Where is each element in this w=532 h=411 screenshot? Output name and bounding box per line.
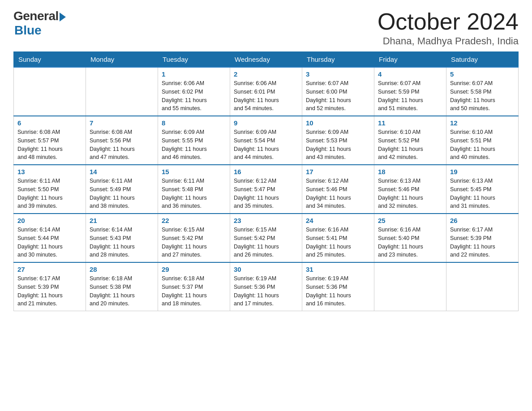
calendar-cell: 15Sunrise: 6:11 AM Sunset: 5:48 PM Dayli… xyxy=(158,165,230,214)
weekday-header-wednesday: Wednesday xyxy=(230,52,302,68)
calendar-cell: 28Sunrise: 6:18 AM Sunset: 5:38 PM Dayli… xyxy=(86,262,158,311)
day-info: Sunrise: 6:14 AM Sunset: 5:43 PM Dayligh… xyxy=(90,226,154,259)
day-info: Sunrise: 6:13 AM Sunset: 5:45 PM Dayligh… xyxy=(450,177,515,210)
calendar-row-1: 6Sunrise: 6:08 AM Sunset: 5:57 PM Daylig… xyxy=(14,116,519,165)
calendar-row-0: 1Sunrise: 6:06 AM Sunset: 6:02 PM Daylig… xyxy=(14,67,519,116)
day-number: 22 xyxy=(162,217,226,224)
weekday-header-monday: Monday xyxy=(86,52,158,68)
calendar-row-3: 20Sunrise: 6:14 AM Sunset: 5:44 PM Dayli… xyxy=(14,214,519,262)
weekday-header-sunday: Sunday xyxy=(14,52,86,68)
day-number: 3 xyxy=(306,70,370,78)
day-number: 4 xyxy=(378,70,442,78)
day-info: Sunrise: 6:07 AM Sunset: 6:00 PM Dayligh… xyxy=(306,79,370,113)
calendar-table: SundayMondayTuesdayWednesdayThursdayFrid… xyxy=(13,51,519,311)
day-info: Sunrise: 6:16 AM Sunset: 5:40 PM Dayligh… xyxy=(378,226,442,259)
day-number: 29 xyxy=(162,265,226,273)
day-info: Sunrise: 6:19 AM Sunset: 5:36 PM Dayligh… xyxy=(306,274,370,308)
day-number: 10 xyxy=(306,119,370,127)
day-number: 18 xyxy=(378,168,442,176)
day-number: 1 xyxy=(162,70,226,78)
calendar-header: SundayMondayTuesdayWednesdayThursdayFrid… xyxy=(14,52,519,68)
calendar-cell xyxy=(86,67,158,116)
calendar-cell: 1Sunrise: 6:06 AM Sunset: 6:02 PM Daylig… xyxy=(158,67,230,116)
day-number: 21 xyxy=(90,217,154,224)
day-info: Sunrise: 6:15 AM Sunset: 5:42 PM Dayligh… xyxy=(234,226,298,259)
day-info: Sunrise: 6:18 AM Sunset: 5:38 PM Dayligh… xyxy=(90,274,154,308)
calendar-cell: 2Sunrise: 6:06 AM Sunset: 6:01 PM Daylig… xyxy=(230,67,302,116)
day-info: Sunrise: 6:13 AM Sunset: 5:46 PM Dayligh… xyxy=(378,177,442,210)
weekday-header-saturday: Saturday xyxy=(446,52,519,68)
day-info: Sunrise: 6:14 AM Sunset: 5:44 PM Dayligh… xyxy=(17,226,82,259)
day-info: Sunrise: 6:11 AM Sunset: 5:48 PM Dayligh… xyxy=(162,177,226,210)
logo-general-text: General xyxy=(13,9,59,23)
calendar-cell: 18Sunrise: 6:13 AM Sunset: 5:46 PM Dayli… xyxy=(374,165,446,214)
calendar-cell: 5Sunrise: 6:07 AM Sunset: 5:58 PM Daylig… xyxy=(446,67,519,116)
day-number: 11 xyxy=(378,119,442,127)
logo-arrow-icon xyxy=(60,13,66,21)
day-number: 27 xyxy=(17,265,82,273)
day-info: Sunrise: 6:09 AM Sunset: 5:55 PM Dayligh… xyxy=(162,128,226,162)
calendar-cell: 14Sunrise: 6:11 AM Sunset: 5:49 PM Dayli… xyxy=(86,165,158,214)
calendar-cell: 25Sunrise: 6:16 AM Sunset: 5:40 PM Dayli… xyxy=(374,214,446,262)
day-info: Sunrise: 6:07 AM Sunset: 5:58 PM Dayligh… xyxy=(450,79,515,113)
day-number: 25 xyxy=(378,217,442,224)
day-info: Sunrise: 6:16 AM Sunset: 5:41 PM Dayligh… xyxy=(306,226,370,259)
day-number: 30 xyxy=(234,265,298,273)
calendar-body: 1Sunrise: 6:06 AM Sunset: 6:02 PM Daylig… xyxy=(14,67,519,311)
day-info: Sunrise: 6:15 AM Sunset: 5:42 PM Dayligh… xyxy=(162,226,226,259)
day-number: 9 xyxy=(234,119,298,127)
calendar-cell: 6Sunrise: 6:08 AM Sunset: 5:57 PM Daylig… xyxy=(14,116,86,165)
day-info: Sunrise: 6:17 AM Sunset: 5:39 PM Dayligh… xyxy=(450,226,515,259)
day-info: Sunrise: 6:08 AM Sunset: 5:57 PM Dayligh… xyxy=(17,128,82,162)
calendar-cell: 20Sunrise: 6:14 AM Sunset: 5:44 PM Dayli… xyxy=(14,214,86,262)
weekday-header-friday: Friday xyxy=(374,52,446,68)
calendar-cell: 31Sunrise: 6:19 AM Sunset: 5:36 PM Dayli… xyxy=(302,262,374,311)
day-info: Sunrise: 6:06 AM Sunset: 6:02 PM Dayligh… xyxy=(162,79,226,113)
day-number: 8 xyxy=(162,119,226,127)
calendar-cell xyxy=(446,262,519,311)
day-info: Sunrise: 6:07 AM Sunset: 5:59 PM Dayligh… xyxy=(378,79,442,113)
day-info: Sunrise: 6:08 AM Sunset: 5:56 PM Dayligh… xyxy=(90,128,154,162)
day-number: 15 xyxy=(162,168,226,176)
day-number: 24 xyxy=(306,217,370,224)
day-number: 19 xyxy=(450,168,515,176)
calendar-cell xyxy=(374,262,446,311)
day-info: Sunrise: 6:19 AM Sunset: 5:36 PM Dayligh… xyxy=(234,274,298,308)
day-number: 23 xyxy=(234,217,298,224)
calendar-cell: 8Sunrise: 6:09 AM Sunset: 5:55 PM Daylig… xyxy=(158,116,230,165)
day-info: Sunrise: 6:17 AM Sunset: 5:39 PM Dayligh… xyxy=(17,274,82,308)
day-info: Sunrise: 6:10 AM Sunset: 5:51 PM Dayligh… xyxy=(450,128,515,162)
calendar-cell: 12Sunrise: 6:10 AM Sunset: 5:51 PM Dayli… xyxy=(446,116,519,165)
page-title: October 2024 xyxy=(378,9,519,34)
day-number: 31 xyxy=(306,265,370,273)
day-number: 28 xyxy=(90,265,154,273)
day-info: Sunrise: 6:11 AM Sunset: 5:49 PM Dayligh… xyxy=(90,177,154,210)
day-number: 6 xyxy=(17,119,82,127)
calendar-cell: 13Sunrise: 6:11 AM Sunset: 5:50 PM Dayli… xyxy=(14,165,86,214)
calendar-row-4: 27Sunrise: 6:17 AM Sunset: 5:39 PM Dayli… xyxy=(14,262,519,311)
calendar-cell: 9Sunrise: 6:09 AM Sunset: 5:54 PM Daylig… xyxy=(230,116,302,165)
day-number: 13 xyxy=(17,168,82,176)
day-info: Sunrise: 6:18 AM Sunset: 5:37 PM Dayligh… xyxy=(162,274,226,308)
day-number: 16 xyxy=(234,168,298,176)
day-number: 14 xyxy=(90,168,154,176)
weekday-header-row: SundayMondayTuesdayWednesdayThursdayFrid… xyxy=(14,52,519,68)
day-number: 2 xyxy=(234,70,298,78)
day-info: Sunrise: 6:12 AM Sunset: 5:46 PM Dayligh… xyxy=(306,177,370,210)
day-info: Sunrise: 6:12 AM Sunset: 5:47 PM Dayligh… xyxy=(234,177,298,210)
day-info: Sunrise: 6:11 AM Sunset: 5:50 PM Dayligh… xyxy=(17,177,82,210)
calendar-cell: 29Sunrise: 6:18 AM Sunset: 5:37 PM Dayli… xyxy=(158,262,230,311)
day-number: 5 xyxy=(450,70,515,78)
day-info: Sunrise: 6:09 AM Sunset: 5:54 PM Dayligh… xyxy=(234,128,298,162)
weekday-header-thursday: Thursday xyxy=(302,52,374,68)
logo: General Blue xyxy=(13,9,66,38)
day-number: 7 xyxy=(90,119,154,127)
calendar-cell: 7Sunrise: 6:08 AM Sunset: 5:56 PM Daylig… xyxy=(86,116,158,165)
day-number: 17 xyxy=(306,168,370,176)
calendar-row-2: 13Sunrise: 6:11 AM Sunset: 5:50 PM Dayli… xyxy=(14,165,519,214)
page-header: General Blue October 2024 Dhana, Madhya … xyxy=(13,9,519,47)
calendar-cell: 30Sunrise: 6:19 AM Sunset: 5:36 PM Dayli… xyxy=(230,262,302,311)
logo-blue-text: Blue xyxy=(14,23,42,38)
calendar-cell: 22Sunrise: 6:15 AM Sunset: 5:42 PM Dayli… xyxy=(158,214,230,262)
calendar-cell: 11Sunrise: 6:10 AM Sunset: 5:52 PM Dayli… xyxy=(374,116,446,165)
